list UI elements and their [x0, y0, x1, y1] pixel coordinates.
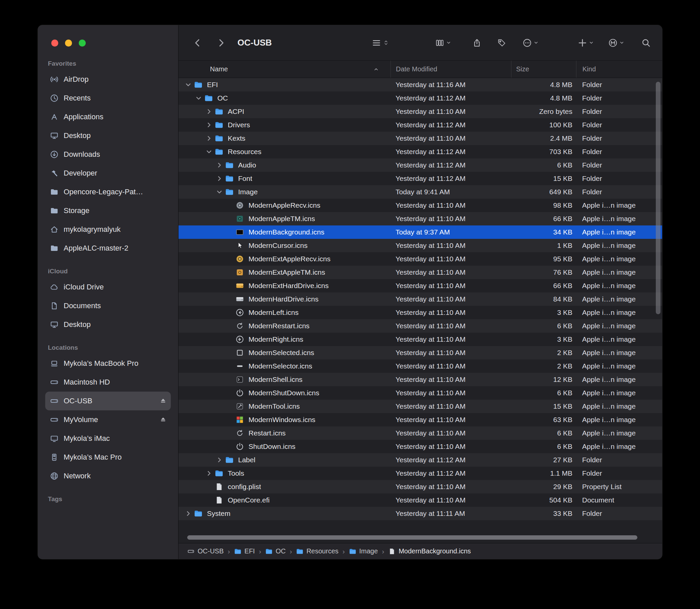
disclosure-closed-icon[interactable]: [205, 121, 213, 129]
file-row-oc[interactable]: OC Yesterday at 11:12 AM 4.8 MB Folder: [178, 91, 662, 105]
add-icon[interactable]: [578, 38, 587, 48]
file-row-config-plist[interactable]: config.plist Yesterday at 11:10 AM 29 KB…: [178, 480, 662, 493]
file-row-modernextappletm-icns[interactable]: ModernExtAppleTM.icns Yesterday at 11:10…: [178, 266, 662, 279]
tag-icon[interactable]: [497, 38, 506, 48]
sidebar-item-applealc-master-2[interactable]: AppleALC-master-2: [45, 239, 171, 258]
sidebar-item-mykola-s-imac[interactable]: Mykola’s iMac: [45, 429, 171, 448]
pathbar-label: Image: [360, 547, 378, 555]
file-row-label[interactable]: Label Yesterday at 11:12 AM 27 KB Folder: [178, 453, 662, 467]
file-row-modernapplerecv-icns[interactable]: ModernAppleRecv.icns Yesterday at 11:10 …: [178, 199, 662, 212]
file-row-modernleft-icns[interactable]: ModernLeft.icns Yesterday at 11:10 AM 3 …: [178, 306, 662, 319]
disclosure-closed-icon[interactable]: [205, 108, 213, 115]
account-chevron-icon[interactable]: [619, 40, 625, 46]
column-header-kind[interactable]: Kind: [576, 60, 662, 78]
file-row-modernextapplerecv-icns[interactable]: ModernExtAppleRecv.icns Yesterday at 11:…: [178, 252, 662, 266]
search-icon[interactable]: [642, 38, 651, 48]
file-row-opencore-efi[interactable]: OpenCore.efi Yesterday at 11:10 AM 504 K…: [178, 493, 662, 507]
file-size: 703 KB: [511, 148, 576, 156]
file-row-modernshutdown-icns[interactable]: ModernShutDown.icns Yesterday at 11:10 A…: [178, 386, 662, 400]
sidebar-item-icloud-drive[interactable]: iCloud Drive: [45, 278, 171, 296]
file-row-restart-icns[interactable]: Restart.icns Yesterday at 11:10 AM 6 KB …: [178, 427, 662, 440]
file-row-font[interactable]: Font Yesterday at 11:12 AM 15 KB Folder: [178, 172, 662, 185]
add-chevron-icon[interactable]: [589, 40, 594, 46]
disclosure-open-icon[interactable]: [185, 81, 192, 88]
pathbar-item-oc-usb[interactable]: OC-USB: [187, 547, 224, 555]
file-row-kexts[interactable]: Kexts Yesterday at 11:10 AM 2.4 MB Folde…: [178, 132, 662, 145]
disclosure-closed-icon[interactable]: [216, 456, 223, 464]
indent: [185, 111, 205, 112]
forward-button[interactable]: [216, 38, 226, 48]
sidebar-item-downloads[interactable]: Downloads: [45, 145, 171, 164]
more-actions-icon[interactable]: [523, 38, 532, 48]
file-row-resources[interactable]: Resources Yesterday at 11:12 AM 703 KB F…: [178, 145, 662, 158]
close-button[interactable]: [51, 39, 58, 47]
sidebar-item-oc-usb[interactable]: OC-USB: [45, 392, 171, 410]
disclosure-open-icon[interactable]: [205, 148, 213, 155]
disclosure-closed-icon[interactable]: [185, 510, 192, 517]
disclosure-open-icon[interactable]: [216, 188, 223, 196]
sidebar-item-developer[interactable]: Developer: [45, 164, 171, 182]
eject-icon[interactable]: [159, 397, 167, 405]
sidebar-item-desktop[interactable]: Desktop: [45, 126, 171, 145]
pathbar-item-oc[interactable]: OC: [265, 547, 286, 555]
file-row-audio[interactable]: Audio Yesterday at 11:12 AM 6 KB Folder: [178, 158, 662, 172]
sidebar-item-documents[interactable]: Documents: [45, 296, 171, 315]
eject-icon[interactable]: [159, 416, 167, 423]
disclosure-closed-icon[interactable]: [205, 135, 213, 142]
file-row-acpi[interactable]: ACPI Yesterday at 11:10 AM Zero bytes Fo…: [178, 105, 662, 118]
sidebar-item-airdrop[interactable]: AirDrop: [45, 70, 171, 89]
file-row-system[interactable]: System Yesterday at 11:11 AM 33 KB Folde…: [178, 507, 662, 520]
column-header-name[interactable]: Name: [178, 60, 390, 78]
file-row-image[interactable]: Image Today at 9:41 AM 649 KB Folder: [178, 185, 662, 199]
file-row-moderncursor-icns[interactable]: ModernCursor.icns Yesterday at 11:10 AM …: [178, 239, 662, 252]
sidebar-item-opencore-legacy-pat[interactable]: Opencore-Legacy-Pat…: [45, 182, 171, 201]
sidebar-item-mykola-s-mac-pro[interactable]: Mykola’s Mac Pro: [45, 448, 171, 467]
sidebar-item-macintosh-hd[interactable]: Macintosh HD: [45, 373, 171, 392]
more-chevron-icon[interactable]: [533, 40, 539, 46]
file-row-modernselector-icns[interactable]: ModernSelector.icns Yesterday at 11:10 A…: [178, 360, 662, 373]
share-icon[interactable]: [472, 38, 482, 48]
file-row-tools[interactable]: Tools Yesterday at 11:12 AM 1.1 MB Folde…: [178, 467, 662, 480]
sidebar-item-applications[interactable]: Applications: [45, 107, 171, 126]
file-row-modernwindows-icns[interactable]: ModernWindows.icns Yesterday at 11:10 AM…: [178, 413, 662, 427]
disclosure-closed-icon[interactable]: [216, 161, 223, 169]
file-row-shutdown-icns[interactable]: ShutDown.icns Yesterday at 11:10 AM 6 KB…: [178, 440, 662, 453]
sidebar-item-myvolume[interactable]: MyVolume: [45, 410, 171, 429]
disclosure-closed-icon[interactable]: [216, 175, 223, 182]
column-header-date-modified[interactable]: Date Modified: [390, 60, 511, 78]
file-row-modernright-icns[interactable]: ModernRight.icns Yesterday at 11:10 AM 3…: [178, 333, 662, 346]
file-row-modernshell-icns[interactable]: ModernShell.icns Yesterday at 11:10 AM 1…: [178, 373, 662, 386]
file-row-modernrestart-icns[interactable]: ModernRestart.icns Yesterday at 11:10 AM…: [178, 319, 662, 333]
group-icon[interactable]: [435, 38, 444, 48]
file-row-drivers[interactable]: Drivers Yesterday at 11:12 AM 100 KB Fol…: [178, 118, 662, 132]
zoom-button[interactable]: [79, 39, 86, 47]
vertical-scrollbar[interactable]: [656, 82, 661, 314]
pathbar-item-modernbackground-icns[interactable]: ModernBackground.icns: [388, 547, 471, 555]
view-sort-chevrons-icon[interactable]: [383, 40, 389, 46]
sidebar-item-mykolagrymalyuk[interactable]: mykolagrymalyuk: [45, 220, 171, 239]
sidebar-item-desktop[interactable]: Desktop: [45, 315, 171, 334]
file-row-moderntool-icns[interactable]: ModernTool.icns Yesterday at 11:10 AM 15…: [178, 400, 662, 413]
disclosure-closed-icon[interactable]: [205, 470, 213, 477]
file-row-modernbackground-icns[interactable]: ModernBackground.icns Today at 9:37 AM 3…: [178, 225, 662, 239]
horizontal-scrollbar[interactable]: [187, 535, 637, 540]
file-row-modernextharddrive-icns[interactable]: ModernExtHardDrive.icns Yesterday at 11:…: [178, 279, 662, 293]
pathbar-item-resources[interactable]: Resources: [296, 547, 338, 555]
minimize-button[interactable]: [65, 39, 72, 47]
sidebar-item-storage[interactable]: Storage: [45, 201, 171, 220]
view-list-icon[interactable]: [372, 38, 381, 48]
file-row-modernselected-icns[interactable]: ModernSelected.icns Yesterday at 11:10 A…: [178, 346, 662, 360]
sidebar-item-recents[interactable]: Recents: [45, 89, 171, 107]
pathbar-item-image[interactable]: Image: [349, 547, 378, 555]
disclosure-open-icon[interactable]: [195, 94, 202, 102]
column-header-size[interactable]: Size: [511, 60, 576, 78]
file-row-efi[interactable]: EFI Yesterday at 11:16 AM 4.8 MB Folder: [178, 78, 662, 91]
sidebar-item-network[interactable]: Network: [45, 467, 171, 485]
sidebar-item-mykola-s-macbook-pro[interactable]: Mykola’s MacBook Pro: [45, 354, 171, 373]
pathbar-item-efi[interactable]: EFI: [234, 547, 255, 555]
back-button[interactable]: [193, 38, 203, 48]
account-icon[interactable]: [608, 38, 618, 48]
group-chevron-icon[interactable]: [446, 40, 452, 46]
file-row-modernappletm-icns[interactable]: ModernAppleTM.icns Yesterday at 11:10 AM…: [178, 212, 662, 225]
file-row-modernharddrive-icns[interactable]: ModernHardDrive.icns Yesterday at 11:10 …: [178, 293, 662, 306]
